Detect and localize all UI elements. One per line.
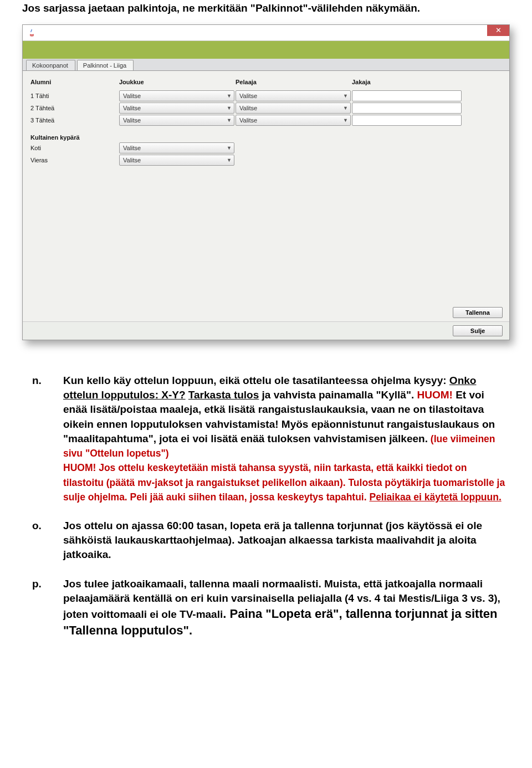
chevron-down-icon: ▼ [343, 117, 348, 123]
input-jakaja-3[interactable] [352, 115, 462, 126]
java-icon [27, 28, 36, 37]
intro-text: Jos sarjassa jaetaan palkintoja, ne merk… [22, 2, 510, 14]
dropdown-value: Valitse [239, 117, 257, 124]
list-content: Jos ottelu on ajassa 60:00 tasan, lopeta… [63, 519, 510, 562]
text: Tarkasta tulos [188, 389, 259, 401]
tabs-row: Kokoonpanot Palkinnot - Liiga [23, 59, 509, 71]
list-content: Jos tulee jatkoaikamaali, tallenna maali… [63, 577, 510, 639]
text: Peliaikaa ei käytetä loppuun. [369, 491, 501, 503]
dropdown-koti[interactable]: Valitse▼ [119, 142, 234, 153]
chevron-down-icon: ▼ [343, 93, 348, 99]
button-row-save: Tallenna [23, 304, 509, 321]
col-jakaja: Jakaja [352, 79, 490, 85]
row-label: 2 Tähteä [30, 105, 119, 111]
list-marker: o. [22, 519, 63, 562]
form-area: Alumni Joukkue Pelaaja Jakaja 1 Tähti Va… [23, 71, 509, 304]
row-label: 3 Tähteä [30, 117, 119, 124]
dropdown-value: Valitse [239, 93, 257, 99]
dropdown-joukkue-1[interactable]: Valitse▼ [119, 90, 234, 101]
chevron-down-icon: ▼ [227, 93, 232, 99]
row-label: Koti [30, 145, 119, 151]
dropdown-value: Valitse [123, 93, 141, 99]
col-pelaaja: Pelaaja [236, 79, 352, 85]
tab-palkinnot[interactable]: Palkinnot - Liiga [77, 60, 134, 70]
list-item-p: p. Jos tulee jatkoaikamaali, tallenna ma… [22, 577, 510, 639]
dropdown-value: Valitse [123, 105, 141, 111]
dropdown-pelaaja-1[interactable]: Valitse▼ [236, 90, 351, 101]
app-window: ✕ Kokoonpanot Palkinnot - Liiga Alumni J… [22, 24, 510, 340]
row-label: 1 Tähti [30, 93, 119, 99]
close-button[interactable]: Sulje [453, 325, 503, 336]
col-joukkue: Joukkue [119, 79, 236, 85]
dropdown-value: Valitse [123, 117, 141, 124]
dropdown-pelaaja-3[interactable]: Valitse▼ [236, 115, 351, 126]
list-marker: p. [22, 577, 63, 639]
list-marker: n. [22, 373, 63, 504]
input-jakaja-2[interactable] [352, 103, 462, 114]
row-label: Vieras [30, 157, 119, 163]
menubar [23, 41, 509, 59]
save-button[interactable]: Tallenna [453, 307, 503, 318]
chevron-down-icon: ▼ [227, 117, 232, 123]
text: Kun kello käy ottelun loppuun, eikä otte… [63, 375, 449, 386]
list-item-o: o. Jos ottelu on ajassa 60:00 tasan, lop… [22, 519, 510, 562]
dropdown-joukkue-3[interactable]: Valitse▼ [119, 115, 234, 126]
chevron-down-icon: ▼ [227, 145, 232, 151]
text: ja vahvista painamalla "Kyllä". [259, 389, 417, 401]
chevron-down-icon: ▼ [343, 105, 348, 111]
list-content: Kun kello käy ottelun loppuun, eikä otte… [63, 373, 510, 504]
col-alumni: Alumni [30, 79, 119, 85]
chevron-down-icon: ▼ [227, 157, 232, 163]
text: HUOM! [417, 389, 453, 401]
section-kultainen: Kultainen kypärä [30, 134, 503, 141]
dropdown-vieras[interactable]: Valitse▼ [119, 155, 234, 166]
titlebar: ✕ [23, 25, 509, 41]
chevron-down-icon: ▼ [227, 105, 232, 111]
dropdown-value: Valitse [123, 157, 141, 163]
list-item-n: n. Kun kello käy ottelun loppuun, eikä o… [22, 373, 510, 504]
close-icon[interactable]: ✕ [487, 25, 509, 36]
dropdown-value: Valitse [123, 145, 141, 151]
input-jakaja-1[interactable] [352, 90, 462, 101]
button-row-close: Sulje [23, 321, 509, 340]
dropdown-joukkue-2[interactable]: Valitse▼ [119, 103, 234, 114]
tab-kokoonpanot[interactable]: Kokoonpanot [26, 60, 75, 70]
dropdown-pelaaja-2[interactable]: Valitse▼ [236, 103, 351, 114]
dropdown-value: Valitse [239, 105, 257, 111]
